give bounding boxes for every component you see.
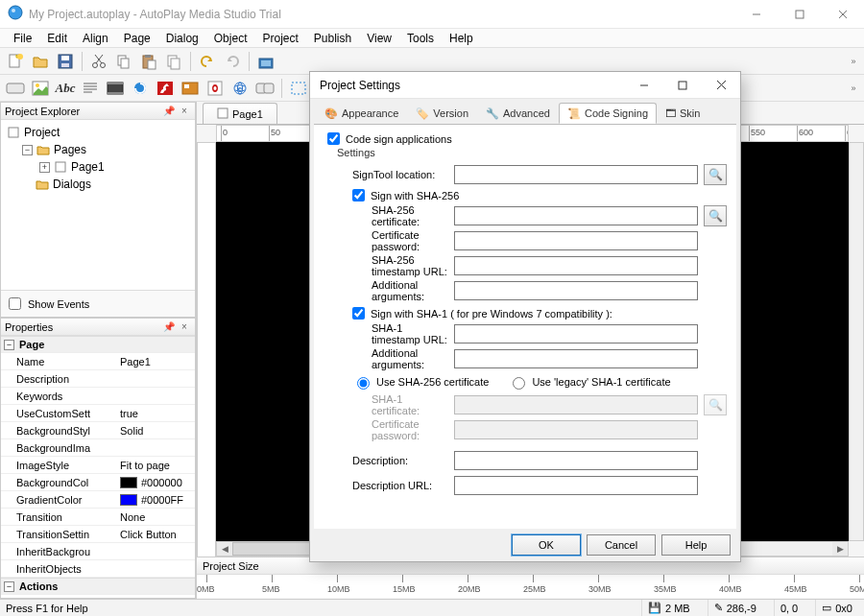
tab-code-signing[interactable]: 📜Code Signing [559, 103, 657, 124]
svg-rect-24 [7, 83, 24, 93]
minimize-button[interactable] [734, 0, 778, 28]
svg-point-11 [93, 62, 98, 67]
dialog-close-button[interactable] [702, 72, 740, 98]
sha1-args-input[interactable] [454, 349, 698, 368]
signtool-input[interactable] [454, 165, 698, 184]
tab-appearance[interactable]: 🎨Appearance [316, 103, 407, 124]
tab-skin[interactable]: 🗔Skin [657, 103, 708, 124]
tab-version[interactable]: 🏷️Version [407, 103, 477, 124]
dialog-maximize-button[interactable] [663, 72, 702, 98]
page-tab[interactable]: Page1 [203, 103, 277, 124]
tree-item[interactable]: Project [24, 124, 60, 141]
cut-icon[interactable] [87, 50, 110, 73]
tree-item[interactable]: Pages [54, 141, 86, 158]
menu-tools[interactable]: Tools [399, 30, 442, 47]
browse-signtool-button[interactable]: 🔍 [704, 164, 727, 185]
copy-icon[interactable] [112, 50, 135, 73]
quicktime-object-icon[interactable] [129, 77, 152, 100]
maximize-button[interactable] [778, 0, 821, 28]
menu-object[interactable]: Object [206, 30, 255, 47]
svg-rect-3 [796, 11, 804, 18]
menu-align[interactable]: Align [75, 30, 116, 47]
publish-icon[interactable] [254, 50, 277, 73]
paste-icon[interactable] [137, 50, 160, 73]
menu-help[interactable]: Help [442, 30, 481, 47]
ok-button[interactable]: OK [512, 534, 581, 556]
svg-rect-9 [61, 56, 69, 60]
menu-file[interactable]: File [6, 30, 39, 47]
pdf-object-icon[interactable] [204, 77, 227, 100]
properties-grid[interactable]: −Page NamePage1 Description Keywords Use… [1, 336, 195, 598]
slideshow-object-icon[interactable] [179, 77, 202, 100]
panel-close-icon[interactable]: × [178, 105, 191, 118]
redo-icon[interactable] [221, 50, 244, 73]
menu-project[interactable]: Project [254, 30, 305, 47]
cert-password-input[interactable] [454, 231, 698, 250]
project-tree[interactable]: Project −Pages +Page1 Dialogs [1, 120, 195, 197]
project-size-panel: Project Size 0MB5MB10MB15MB20MB25MB30MB3… [197, 557, 864, 599]
paragraph-object-icon[interactable] [79, 77, 102, 100]
svg-rect-16 [121, 59, 129, 68]
cancel-button[interactable]: Cancel [587, 534, 656, 556]
label-object-icon[interactable]: Abc [54, 77, 77, 100]
expander-icon[interactable]: + [39, 162, 50, 173]
menu-publish[interactable]: Publish [306, 30, 359, 47]
use-legacy-radio[interactable]: Use 'legacy' SHA-1 certificate [508, 374, 670, 390]
scroll-left-icon[interactable]: ◀ [217, 542, 232, 556]
disk-icon: 💾 [648, 602, 661, 614]
new-icon[interactable] [4, 50, 27, 73]
expander-icon[interactable]: − [4, 581, 14, 592]
dialog-minimize-button[interactable] [625, 72, 663, 98]
scroll-right-icon[interactable]: ▶ [832, 542, 848, 556]
toolbar-overflow-icon[interactable]: » [847, 57, 860, 66]
expander-icon[interactable]: − [4, 340, 14, 350]
menu-edit[interactable]: Edit [39, 30, 75, 47]
statusbar: Press F1 for Help 💾2 MB ✎286,-9 0, 0 ▭0x… [0, 599, 864, 616]
svg-point-0 [9, 6, 22, 19]
svg-rect-21 [171, 59, 180, 69]
toolbar2-overflow-icon[interactable]: » [847, 83, 860, 93]
duplicate-icon[interactable] [162, 50, 185, 73]
menu-dialog[interactable]: Dialog [158, 30, 206, 47]
sha256-ts-input[interactable] [454, 256, 698, 275]
sha1-ts-input[interactable] [454, 324, 698, 344]
color-swatch[interactable] [120, 477, 137, 488]
panel-close-icon[interactable]: × [178, 320, 191, 334]
save-icon[interactable] [54, 50, 77, 73]
scrollbar-vertical[interactable] [849, 142, 864, 541]
web-object-icon[interactable]: e [228, 77, 252, 100]
sha256-args-input[interactable] [454, 281, 698, 300]
image-object-icon[interactable] [29, 77, 52, 100]
close-button[interactable] [821, 0, 864, 28]
show-events-checkbox[interactable] [9, 297, 21, 310]
browse-sha1-cert-button: 🔍 [704, 394, 727, 415]
sha1-checkbox[interactable] [352, 307, 365, 320]
description-input[interactable] [454, 451, 698, 470]
color-swatch[interactable] [120, 494, 137, 506]
help-button[interactable]: Help [661, 534, 731, 556]
video-object-icon[interactable] [104, 77, 127, 100]
panel-pin-icon[interactable]: 📌 [162, 320, 176, 334]
folder-search-icon: 🔍 [708, 398, 723, 412]
panel-pin-icon[interactable]: 📌 [162, 105, 176, 118]
sha256-cert-input[interactable] [454, 206, 698, 225]
undo-icon[interactable] [196, 50, 219, 73]
sha256-checkbox[interactable] [352, 189, 365, 201]
browse-sha256-cert-button[interactable]: 🔍 [704, 205, 727, 226]
hotspot-object-icon[interactable] [287, 77, 310, 100]
tab-advanced[interactable]: 🔧Advanced [477, 103, 559, 124]
xbutton-object-icon[interactable] [253, 77, 276, 100]
codesign-checkbox[interactable] [327, 132, 340, 145]
tree-item[interactable]: Dialogs [53, 176, 91, 193]
expander-icon[interactable]: − [22, 145, 33, 155]
svg-point-12 [101, 62, 106, 67]
flash-object-icon[interactable] [154, 77, 177, 100]
open-icon[interactable] [29, 50, 52, 73]
button-object-icon[interactable] [4, 77, 27, 100]
page-icon [217, 107, 228, 121]
tree-item[interactable]: Page1 [71, 158, 105, 176]
description-url-input[interactable] [454, 476, 698, 495]
menu-view[interactable]: View [359, 30, 399, 47]
menu-page[interactable]: Page [116, 30, 158, 47]
use-sha256-radio[interactable]: Use SHA-256 certificate [352, 374, 489, 390]
